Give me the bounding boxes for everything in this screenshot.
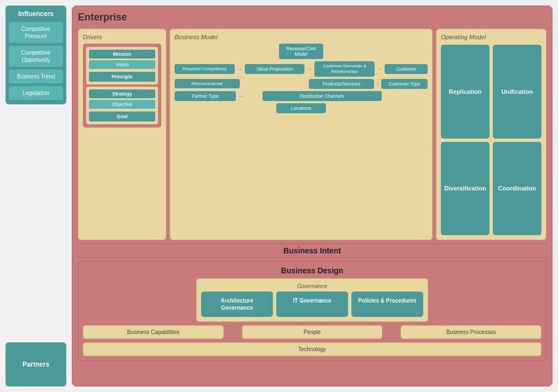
- driver-objective[interactable]: Objective: [89, 100, 155, 109]
- driver-group-2: Strategy Objective Goal: [86, 87, 158, 124]
- bm-resource-asset[interactable]: Resource/Asset: [175, 79, 240, 89]
- operating-model-box: Operating Model Replication Unification …: [436, 29, 546, 240]
- bd-business-processes[interactable]: Business Processes: [401, 325, 541, 339]
- bm-customer-demands[interactable]: Customer Demands & Relationships: [314, 61, 375, 76]
- bm-customer-type[interactable]: Customer Type: [381, 79, 428, 89]
- left-sidebar: Influencers Competitive Pressure Competi…: [6, 6, 66, 386]
- governance-box: Governance Architecture Governance IT Go…: [196, 278, 428, 322]
- bd-business-capabilities[interactable]: Business Capabilities: [83, 325, 224, 339]
- om-replication[interactable]: Replication: [441, 45, 489, 139]
- business-design-section: Business Design Governance Architecture …: [78, 261, 546, 361]
- influencers-title: Influencers: [9, 10, 63, 18]
- influencer-business-trend[interactable]: Business Trend: [9, 70, 63, 83]
- business-model-box: Business Model Revenue/Cost Model Requir…: [170, 29, 433, 240]
- gov-it-governance[interactable]: IT Governance: [276, 292, 348, 317]
- gov-architecture[interactable]: Architecture Governance: [201, 292, 273, 317]
- gov-policies[interactable]: Policies & Procedures: [351, 292, 423, 317]
- drivers-title: Drivers: [83, 34, 161, 40]
- governance-grid: Architecture Governance IT Governance Po…: [201, 292, 423, 317]
- driver-vision[interactable]: Vision: [89, 60, 155, 69]
- om-coordination[interactable]: Coordination: [493, 142, 541, 236]
- enterprise-area: Enterprise Drivers Mission Vision Princi…: [72, 6, 552, 386]
- business-intent-section: Drivers Mission Vision Principle Strateg…: [78, 29, 546, 240]
- driver-goal[interactable]: Goal: [89, 112, 155, 121]
- influencer-legislation[interactable]: Legislation: [9, 86, 63, 100]
- bm-products-services[interactable]: Products/Services: [309, 79, 374, 89]
- business-intent-label: Business Intent: [78, 243, 546, 258]
- driver-mission[interactable]: Mission: [89, 50, 155, 59]
- business-model-title: Business Model: [175, 34, 428, 40]
- bm-locations[interactable]: Locations: [276, 103, 326, 113]
- double-arrow-left: ⟷: [227, 325, 239, 339]
- business-design-title: Business Design: [83, 266, 541, 275]
- driver-strategy[interactable]: Strategy: [89, 89, 155, 98]
- bm-value-proposition[interactable]: Value Proposition: [245, 64, 305, 74]
- driver-group-1: Mission Vision Principle: [86, 47, 158, 84]
- up-arrow-icon: ↑: [310, 367, 315, 378]
- bm-distribution-channels[interactable]: Distribution Channels: [262, 91, 382, 101]
- bottom-arrow-row: ↑: [78, 364, 546, 380]
- bd-technology[interactable]: Technology: [83, 342, 541, 356]
- bm-customer[interactable]: Customer: [385, 64, 428, 74]
- partners-box[interactable]: Partners: [6, 342, 66, 386]
- bd-people[interactable]: People: [242, 325, 383, 339]
- main-container: Influencers Competitive Pressure Competi…: [0, 0, 558, 392]
- om-unification[interactable]: Unification: [493, 45, 541, 139]
- bd-technology-row: Technology: [83, 342, 541, 356]
- bd-capabilities-row: Business Capabilities ⟷ People ⟷ Busines…: [83, 325, 541, 339]
- enterprise-title: Enterprise: [78, 12, 546, 23]
- operating-model-grid: Replication Unification Diversification …: [441, 45, 541, 235]
- om-diversification[interactable]: Diversification: [441, 142, 489, 236]
- double-arrow-right: ⟷: [386, 325, 397, 339]
- bm-required-competency[interactable]: Required Competency: [175, 64, 235, 74]
- influencer-competitive-opportunity[interactable]: Competitive Opportunity: [9, 46, 63, 67]
- driver-principle[interactable]: Principle: [89, 72, 155, 82]
- bm-revenue-cost[interactable]: Revenue/Cost Model: [279, 44, 323, 59]
- operating-model-title: Operating Model: [441, 34, 541, 40]
- influencers-box: Influencers Competitive Pressure Competi…: [6, 6, 66, 104]
- influencer-competitive-pressure[interactable]: Competitive Pressure: [9, 22, 63, 43]
- drivers-box: Drivers Mission Vision Principle Strateg…: [78, 29, 166, 240]
- governance-title: Governance: [201, 283, 423, 289]
- bm-partner-type[interactable]: Partner Type: [175, 91, 236, 101]
- drivers-inner: Mission Vision Principle Strategy Object…: [83, 44, 161, 128]
